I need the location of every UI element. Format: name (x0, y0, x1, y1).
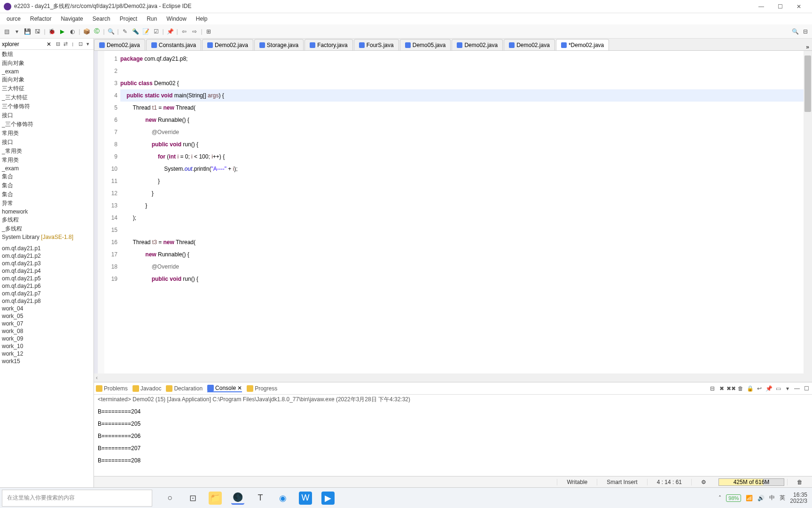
tree-item[interactable]: 三大特征 (0, 84, 94, 93)
work-item[interactable]: work_09 (0, 335, 94, 342)
menu-help[interactable]: Help (191, 16, 212, 22)
tree-item[interactable]: homework (0, 208, 94, 215)
package-item[interactable]: om.qf.day21.p7 (0, 290, 94, 297)
cortana-icon[interactable]: ○ (164, 492, 177, 505)
work-item[interactable]: work_10 (0, 342, 94, 350)
tree-item[interactable]: _三大特征 (0, 93, 94, 102)
jre-library[interactable]: System Library [JavaSE-1.8] (0, 233, 94, 241)
work-item[interactable]: work_05 (0, 312, 94, 320)
open-perspective-icon[interactable]: ⊟ (801, 27, 810, 36)
work-item[interactable]: work_07 (0, 320, 94, 327)
run-icon[interactable]: ▶ (57, 27, 67, 36)
package-item[interactable]: om.qf.day21.p8 (0, 297, 94, 305)
horizontal-scrollbar[interactable]: ‹ (94, 373, 812, 382)
tree-item[interactable]: 面向对象 (0, 75, 94, 84)
editor-tab[interactable]: FourS.java (354, 39, 399, 50)
link-editor-icon[interactable]: ⇄ (62, 40, 69, 48)
file-explorer-icon[interactable]: 📁 (209, 492, 222, 505)
text-app-icon[interactable]: T (254, 492, 267, 505)
pin-icon[interactable]: 📌 (165, 27, 175, 36)
tree-item[interactable]: _三个修饰符 (0, 120, 94, 129)
menu-project[interactable]: Project (115, 16, 142, 22)
tree-item[interactable]: 面向对象 (0, 59, 94, 68)
search-toolbar-icon[interactable]: 🔦 (131, 27, 140, 36)
menu-search[interactable]: Search (88, 16, 115, 22)
build-icon[interactable]: ⚙ (691, 479, 716, 485)
editor-tab[interactable]: Demo02.java (202, 39, 253, 50)
battery-status[interactable]: 98% (726, 494, 741, 502)
package-item[interactable]: om.qf.day21.p5 (0, 275, 94, 282)
bottom-tab-console[interactable]: Console ✕ (207, 385, 242, 392)
dropdown-icon[interactable]: ▾ (12, 27, 22, 36)
collapse-all-icon[interactable]: ⊟ (54, 40, 62, 48)
close-button[interactable]: ✕ (789, 1, 808, 12)
bottom-tab-progress[interactable]: Progress (247, 385, 277, 392)
work-item[interactable]: work_04 (0, 305, 94, 312)
app-icon[interactable]: ▶ (321, 492, 335, 505)
editor-tab[interactable]: Demo05.java (400, 39, 451, 50)
work-item[interactable]: work15 (0, 357, 94, 365)
new-icon[interactable]: ▤ (2, 27, 11, 36)
editor-tab[interactable]: *Demo02.java (556, 39, 609, 50)
editor-tab[interactable]: Storage.java (254, 39, 304, 50)
new-class-icon[interactable]: Ⓒ (92, 27, 102, 36)
tree-item[interactable]: 集合 (0, 172, 94, 181)
editor-tab[interactable]: Constants.java (146, 39, 201, 50)
eclipse-task-icon[interactable]: 🌑 (231, 492, 244, 505)
package-item[interactable]: om.qf.day21.p6 (0, 282, 94, 290)
open-console-icon[interactable]: ▾ (784, 385, 791, 392)
scrollbar-thumb[interactable] (804, 56, 811, 112)
tree-item[interactable]: 常用类 (0, 156, 94, 165)
perspective-icon[interactable]: ⊞ (204, 27, 213, 36)
search-icon[interactable]: 🔍 (790, 27, 800, 36)
tree-item[interactable]: _exam (0, 165, 94, 172)
volume-icon[interactable]: 🔊 (757, 495, 765, 501)
terminate-all-icon[interactable]: ⊟ (709, 385, 716, 392)
scroll-lock-icon[interactable]: 🔒 (746, 385, 754, 392)
tree-item[interactable]: _多线程 (0, 224, 94, 233)
windows-search[interactable]: 在这里输入你要搜索的内容 (2, 490, 152, 507)
focus-icon[interactable]: ⊡ (77, 40, 84, 48)
save-all-icon[interactable]: 🖫 (33, 27, 42, 36)
code-editor[interactable]: 12345678910111213141516171819 package co… (94, 51, 812, 373)
work-item[interactable]: work_08 (0, 327, 94, 335)
task-icon[interactable]: ☑ (151, 27, 161, 36)
minimize-view-icon[interactable]: — (793, 385, 801, 392)
wand-icon[interactable]: ✎ (120, 27, 130, 36)
console-output[interactable]: B=========204B=========205B=========206B… (94, 405, 812, 468)
heap-status[interactable]: 425M of 616M (718, 478, 784, 486)
display-console-icon[interactable]: ▭ (774, 385, 782, 392)
ime-cn[interactable]: 中 (769, 494, 775, 502)
task-view-icon[interactable]: ⊡ (186, 492, 199, 505)
package-item[interactable]: om.qf.day21.p1 (0, 245, 94, 252)
new-package-icon[interactable]: 📦 (82, 27, 91, 36)
editor-tab[interactable]: Demo02.java (504, 39, 555, 50)
editor-tab[interactable]: Demo02.java (452, 39, 503, 50)
debug-icon[interactable]: 🐞 (47, 27, 56, 36)
tree-item[interactable]: _常用类 (0, 147, 94, 156)
maximize-view-icon[interactable]: ☐ (803, 385, 810, 392)
menu-ource[interactable]: ource (2, 16, 25, 22)
menu-window[interactable]: Window (162, 16, 191, 22)
package-item[interactable]: om.qf.day21.p3 (0, 260, 94, 267)
word-wrap-icon[interactable]: ↩ (756, 385, 763, 392)
tree-item[interactable]: 集合 (0, 190, 94, 199)
explorer-close-icon[interactable]: ✕ (47, 41, 51, 48)
tree-item[interactable]: 三个修饰符 (0, 102, 94, 111)
filter-icon[interactable]: ⫶ (69, 40, 77, 48)
gc-icon[interactable]: 🗑 (787, 479, 812, 485)
tree-item[interactable]: 数组 (0, 50, 94, 59)
clear-console-icon[interactable]: 🗑 (737, 385, 744, 392)
browser-icon[interactable]: ◉ (276, 492, 289, 505)
clock[interactable]: 16:35 2022/3 (790, 492, 807, 504)
network-icon[interactable]: 📶 (746, 495, 753, 501)
menu-run[interactable]: Run (142, 16, 162, 22)
remove-launch-icon[interactable]: ✖ (718, 385, 726, 392)
package-item[interactable]: om.qf.day21.p4 (0, 267, 94, 275)
bottom-tab-javadoc[interactable]: Javadoc (133, 385, 162, 392)
tree-item[interactable]: 常用类 (0, 129, 94, 138)
tree-item[interactable]: 异常 (0, 199, 94, 208)
tree-item[interactable]: 多线程 (0, 215, 94, 224)
ime-en[interactable]: 英 (780, 494, 785, 502)
pin-console-icon[interactable]: 📌 (765, 385, 773, 392)
